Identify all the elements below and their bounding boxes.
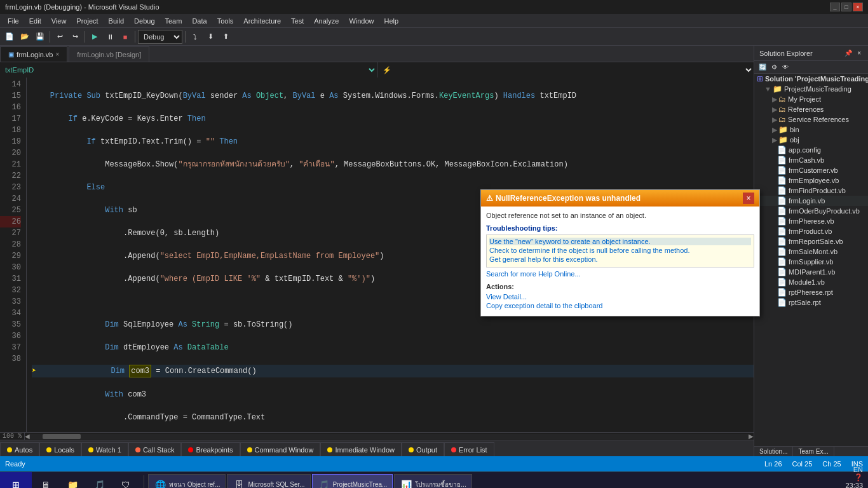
tb-undo[interactable]: ↩ — [53, 30, 67, 44]
se-properties-button[interactable]: ⚙ — [770, 62, 779, 72]
se-item-frm-salemont[interactable]: 📄 frmSaleMont.vb — [754, 247, 868, 257]
exc-close-button[interactable]: × — [743, 193, 754, 204]
taskbar-item-4[interactable]: 🛡 — [114, 474, 140, 489]
tb-step-in[interactable]: ⬇ — [203, 30, 217, 44]
menu-project[interactable]: Project — [71, 16, 103, 26]
tab-command-window[interactable]: Command Window — [240, 442, 321, 456]
tab-frm-login-vb[interactable]: ▣ frmLogin.vb × — [0, 46, 67, 62]
tb-step-out[interactable]: ⬆ — [219, 30, 233, 44]
method-dropdown[interactable]: ⚡ — [377, 62, 754, 78]
close-button[interactable]: × — [853, 3, 863, 11]
se-item-rpt-sale[interactable]: 📄 rptSale.rpt — [754, 297, 868, 308]
exc-tip-2[interactable]: Check to determine if the object is null… — [489, 247, 751, 254]
exc-view-detail[interactable]: View Detail... — [486, 293, 754, 301]
se-item-frm-supplier[interactable]: 📄 frmSupplier.vb — [754, 257, 868, 267]
tb-save[interactable]: 💾 — [33, 30, 47, 44]
tab-close-icon[interactable]: × — [55, 51, 59, 58]
tab-call-stack[interactable]: Call Stack — [128, 442, 182, 456]
project-icon: 📁 — [773, 85, 782, 93]
se-item-mdi-parent[interactable]: 📄 MDIParent1.vb — [754, 267, 868, 277]
scroll-right[interactable]: ▶ — [749, 433, 754, 440]
tab-locals[interactable]: Locals — [39, 442, 81, 456]
tab-immediate-window[interactable]: Immediate Window — [320, 442, 402, 456]
hscroll-thumb[interactable] — [43, 434, 81, 439]
references-icon: 🗂 — [778, 105, 786, 114]
menu-architecture[interactable]: Architecture — [238, 16, 286, 26]
se-root[interactable]: ⊞ Solution 'ProjectMusicTreading' — [754, 74, 868, 84]
tb-open[interactable]: 📂 — [18, 30, 32, 44]
se-item-obj[interactable]: ▶ 📁 obj — [754, 135, 868, 145]
se-item-frm-login[interactable]: 📄 frmLogin.vb — [754, 196, 868, 206]
tb-new[interactable]: 📄 — [3, 30, 17, 44]
minimize-button[interactable]: _ — [830, 3, 840, 11]
module1-icon: 📄 — [777, 278, 787, 287]
menu-tools[interactable]: Tools — [212, 16, 239, 26]
bin-icon: 📁 — [778, 125, 788, 134]
se-item-frm-oderbuy[interactable]: 📄 frmOderBuyProduct.vb — [754, 206, 868, 216]
member-dropdown[interactable]: txtEmpID — [0, 62, 377, 78]
se-item-service-references[interactable]: ▶ 🗂 Service References — [754, 114, 868, 125]
exc-copy-detail[interactable]: Copy exception detail to the clipboard — [486, 302, 754, 309]
se-show-all-button[interactable]: 👁 — [780, 62, 790, 72]
se-item-frm-product[interactable]: 📄 frmProduct.vb — [754, 226, 868, 236]
menu-debug[interactable]: Debug — [129, 16, 159, 26]
start-button[interactable]: ⊞ — [0, 472, 32, 489]
tb-redo[interactable]: ↪ — [68, 30, 82, 44]
scroll-left[interactable]: ◀ — [25, 433, 30, 440]
se-pin-button[interactable]: 📌 — [843, 48, 854, 58]
exc-tip-3[interactable]: Get general help for this exception. — [489, 255, 751, 263]
se-item-my-project[interactable]: ▶ 🗂 My Project — [754, 94, 868, 104]
tab-watch1[interactable]: Watch 1 — [81, 442, 128, 456]
se-item-frm-find-product[interactable]: 📄 frmFindProduct.vb — [754, 186, 868, 196]
menu-file[interactable]: File — [3, 16, 24, 26]
menu-window[interactable]: Window — [344, 16, 379, 26]
tb-play[interactable]: ▶ — [88, 30, 102, 44]
menu-edit[interactable]: Edit — [24, 16, 46, 26]
exc-tip-1[interactable]: Use the "new" keyword to create an objec… — [489, 238, 751, 245]
window-controls[interactable]: _ □ × — [830, 3, 863, 11]
taskbar-item-3[interactable]: 🎵 — [88, 474, 113, 489]
se-item-frm-employee[interactable]: 📄 frmEmployee.vb — [754, 175, 868, 186]
taskbar-item-2[interactable]: 📁 — [61, 474, 86, 489]
se-item-references[interactable]: ▶ 🗂 References — [754, 104, 868, 114]
menu-test[interactable]: Test — [286, 16, 309, 26]
taskbar-item-1[interactable]: 🖥 — [34, 474, 60, 489]
menu-data[interactable]: Data — [187, 16, 212, 26]
se-item-frm-customer[interactable]: 📄 frmCustomer.vb — [754, 165, 868, 175]
exc-search-link[interactable]: Search for more Help Online... — [486, 270, 754, 278]
se-item-frm-reportsale[interactable]: 📄 frmReportSale.vb — [754, 236, 868, 247]
se-tab-team[interactable]: Team Ex... — [793, 447, 834, 456]
app-config-icon: 📄 — [777, 146, 787, 154]
se-item-rpt-pherese[interactable]: 📄 rptPherese.rpt — [754, 287, 868, 297]
menu-team[interactable]: Team — [160, 16, 187, 26]
tab-frm-login-design[interactable]: frmLogin.vb [Design] — [69, 46, 149, 62]
exc-actions-label: Actions: — [486, 283, 754, 290]
se-close-button[interactable]: × — [855, 48, 863, 58]
menu-help[interactable]: Help — [379, 16, 404, 26]
tab-autos[interactable]: Autos — [0, 442, 39, 456]
menu-build[interactable]: Build — [104, 16, 129, 26]
code-hscroll[interactable]: 100 % ◀ ▶ — [0, 432, 754, 440]
se-item-bin[interactable]: ▶ 📁 bin — [754, 125, 868, 135]
se-item-module1[interactable]: 📄 Module1.vb — [754, 277, 868, 287]
tab-breakpoints[interactable]: Breakpoints — [181, 442, 240, 456]
tab-output[interactable]: Output — [402, 442, 444, 456]
tb-stop[interactable]: ■ — [118, 30, 132, 44]
taskbar-app-4[interactable]: 📊 โปรแกรมซื้อขาย... — [394, 474, 471, 489]
taskbar-app-2[interactable]: 🗄 Microsoft SQL Ser... — [227, 474, 310, 489]
se-item-app-config[interactable]: 📄 app.config — [754, 145, 868, 155]
se-project[interactable]: ▼ 📁 ProjectMusicTreading — [754, 84, 868, 94]
taskbar-app-3[interactable]: 🎵 ProjectMusicTrea... — [312, 474, 393, 489]
se-item-frm-pherese[interactable]: 📄 frmPherese.vb — [754, 216, 868, 226]
se-refresh-button[interactable]: 🔄 — [757, 62, 768, 72]
taskbar-app-1[interactable]: 🌐 พจนา Object ref... — [148, 474, 226, 489]
tab-error-list[interactable]: Error List — [444, 442, 494, 456]
maximize-button[interactable]: □ — [841, 3, 851, 11]
se-tab-solution[interactable]: Solution... — [754, 447, 793, 456]
tb-step-over[interactable]: ⤵ — [188, 30, 202, 44]
se-item-frm-cash[interactable]: 📄 frmCash.vb — [754, 155, 868, 165]
menu-view[interactable]: View — [46, 16, 72, 26]
debug-config-dropdown[interactable]: Debug — [138, 30, 182, 44]
tb-pause[interactable]: ⏸ — [103, 30, 117, 44]
menu-analyze[interactable]: Analyze — [309, 16, 344, 26]
